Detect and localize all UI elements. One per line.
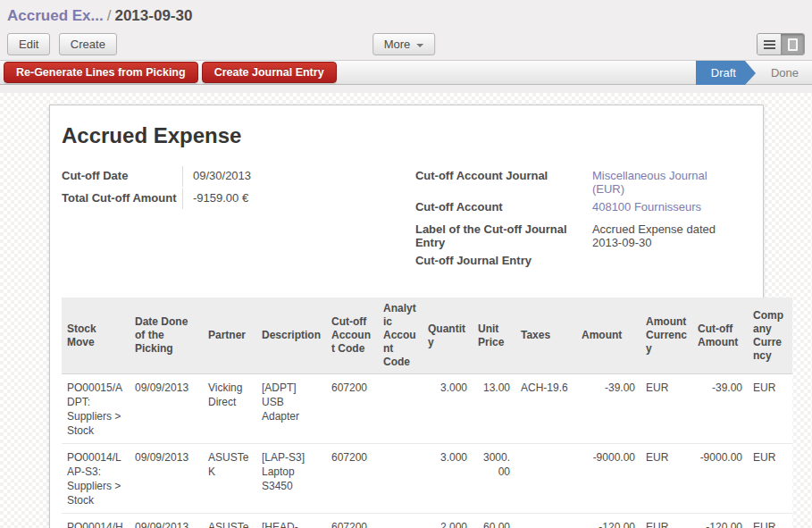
cell-quantity: 2.000 xyxy=(423,514,473,528)
col-description[interactable]: Description xyxy=(256,298,326,374)
cell-analytic-account-code xyxy=(378,514,423,528)
cell-taxes xyxy=(515,444,576,514)
cell-date-done: 09/09/2013 xyxy=(130,514,203,528)
col-amount[interactable]: Amount xyxy=(576,298,640,374)
cell-date-done: 09/09/2013 xyxy=(130,374,203,444)
statusbar: Re-Generate Lines from Picking Create Jo… xyxy=(0,60,812,85)
create-journal-entry-button[interactable]: Create Journal Entry xyxy=(202,62,337,83)
field-value: -9159.00 € xyxy=(182,189,402,209)
cell-stock-move: PO00014/HEAD-USB: Suppliers > Stock xyxy=(62,514,130,528)
col-taxes[interactable]: Taxes xyxy=(515,298,576,374)
cell-stock-move: PO00014/LAP-S3: Suppliers > Stock xyxy=(62,444,130,514)
cell-unit-price: 13.00 xyxy=(473,374,515,444)
cell-amount-currency: EUR xyxy=(640,514,692,528)
cell-analytic-account-code xyxy=(378,444,423,514)
field-groups: Cut-off Date 09/30/2013 Total Cut-off Am… xyxy=(62,166,752,273)
col-unit-price[interactable]: Unit Price xyxy=(473,298,515,374)
edit-button[interactable]: Edit xyxy=(7,33,50,55)
cell-quantity: 3.000 xyxy=(423,374,473,444)
field-label: Cut-off Journal Entry xyxy=(415,251,592,272)
cell-amount-currency: EUR xyxy=(640,444,692,514)
field-label: Total Cut-off Amount xyxy=(62,189,182,209)
chevron-down-icon xyxy=(416,44,423,47)
cell-partner: Vicking Direct xyxy=(203,374,256,444)
table-row[interactable]: PO00014/HEAD-USB: Suppliers > Stock 09/0… xyxy=(62,514,792,528)
account-link[interactable]: 408100 Fournisseurs xyxy=(592,197,742,218)
list-icon xyxy=(764,40,775,49)
create-button[interactable]: Create xyxy=(59,33,117,55)
field-journal-entry-label: Label of the Cut-off Journal Entry Accru… xyxy=(415,220,752,249)
field-label: Label of the Cut-off Journal Entry xyxy=(415,220,592,249)
page-title: Accrued Expense xyxy=(62,123,752,148)
cell-analytic-account-code xyxy=(378,374,423,444)
cell-date-done: 09/09/2013 xyxy=(130,444,203,514)
cell-description: [HEAD-USB] Headset USB xyxy=(256,514,326,528)
screen: Accrued Ex.../2013-09-30 Edit Create Mor… xyxy=(0,0,812,528)
cutoff-lines-table: Stock Move Date Done of the Picking Part… xyxy=(62,298,792,528)
field-value: Accrued Expense dated 2013-09-30 xyxy=(592,220,742,249)
cell-amount: -39.00 xyxy=(576,374,640,444)
form-icon xyxy=(788,38,798,51)
cell-unit-price: 60.00 xyxy=(473,514,515,528)
cell-cutoff-amount: -9000.00 xyxy=(692,444,748,514)
col-stock-move[interactable]: Stock Move xyxy=(62,298,130,374)
field-total-cutoff-amount: Total Cut-off Amount -9159.00 € xyxy=(62,189,402,209)
col-partner[interactable]: Partner xyxy=(203,298,256,374)
field-cutoff-date: Cut-off Date 09/30/2013 xyxy=(62,166,402,187)
col-quantity[interactable]: Quantity xyxy=(423,298,473,374)
cell-partner: ASUSTeK xyxy=(203,514,256,528)
table-row[interactable]: PO00015/ADPT: Suppliers > Stock 09/09/20… xyxy=(62,374,792,444)
cell-partner: ASUSTeK xyxy=(203,444,256,514)
cell-stock-move: PO00015/ADPT: Suppliers > Stock xyxy=(62,374,130,444)
form-view-button[interactable] xyxy=(781,34,804,54)
list-view-button[interactable] xyxy=(758,34,781,54)
cell-amount-currency: EUR xyxy=(640,374,692,444)
field-value: 09/30/2013 xyxy=(182,166,402,187)
breadcrumb-current: 2013-09-30 xyxy=(114,7,192,24)
cell-cutoff-amount: -120.00 xyxy=(692,514,748,528)
field-label: Cut-off Account xyxy=(415,197,592,218)
regenerate-lines-button[interactable]: Re-Generate Lines from Picking xyxy=(4,62,198,83)
cell-company-currency: EUR xyxy=(748,514,792,528)
col-company-currency[interactable]: Company Currency xyxy=(748,298,792,374)
field-cutoff-account: Cut-off Account 408100 Fournisseurs xyxy=(415,197,752,218)
view-switcher xyxy=(757,33,805,55)
cell-cutoff-amount: -39.00 xyxy=(692,374,748,444)
col-amount-currency[interactable]: Amount Currency xyxy=(640,298,692,374)
field-value xyxy=(592,251,742,272)
cell-quantity: 3.000 xyxy=(423,444,473,514)
journal-link[interactable]: Miscellaneous Journal (EUR) xyxy=(592,166,742,196)
cell-company-currency: EUR xyxy=(748,444,792,514)
status-states: Draft Done xyxy=(696,61,812,85)
form-sheet: Accrued Expense Cut-off Date 09/30/2013 … xyxy=(49,105,764,528)
cell-cutoff-account-code: 607200 xyxy=(326,444,378,514)
control-panel: Accrued Ex.../2013-09-30 Edit Create Mor… xyxy=(0,0,812,60)
col-analytic-account-code[interactable]: Analytic Account Code xyxy=(378,298,423,374)
breadcrumb-parent-link[interactable]: Accrued Ex... xyxy=(7,7,104,24)
field-cutoff-journal-entry: Cut-off Journal Entry xyxy=(415,251,752,272)
cell-taxes xyxy=(515,514,576,528)
field-group-right: Cut-off Account Journal Miscellaneous Jo… xyxy=(415,166,752,273)
status-done[interactable]: Done xyxy=(757,61,812,85)
cell-company-currency: EUR xyxy=(748,374,792,444)
cell-unit-price: 3000.00 xyxy=(473,444,515,514)
field-label: Cut-off Account Journal xyxy=(415,166,592,196)
field-group-left: Cut-off Date 09/30/2013 Total Cut-off Am… xyxy=(62,166,402,273)
breadcrumb-separator: / xyxy=(104,7,115,24)
form-background: Accrued Expense Cut-off Date 09/30/2013 … xyxy=(0,93,812,528)
table-row[interactable]: PO00014/LAP-S3: Suppliers > Stock 09/09/… xyxy=(62,444,792,514)
toolbar: Edit Create More xyxy=(7,33,805,60)
col-cutoff-amount[interactable]: Cut-off Amount xyxy=(692,298,748,374)
cell-cutoff-account-code: 607200 xyxy=(326,514,378,528)
cell-amount: -9000.00 xyxy=(576,444,640,514)
more-button[interactable]: More xyxy=(373,33,436,55)
cell-description: [LAP-S3] Laptop S3450 xyxy=(256,444,326,514)
field-label: Cut-off Date xyxy=(62,166,182,187)
status-draft[interactable]: Draft xyxy=(696,61,745,85)
cell-amount: -120.00 xyxy=(576,514,640,528)
cell-cutoff-account-code: 607200 xyxy=(326,374,378,444)
col-cutoff-account-code[interactable]: Cut-off Account Code xyxy=(326,298,378,374)
field-cutoff-account-journal: Cut-off Account Journal Miscellaneous Jo… xyxy=(415,166,752,196)
table-header-row: Stock Move Date Done of the Picking Part… xyxy=(62,298,792,374)
col-date-done[interactable]: Date Done of the Picking xyxy=(130,298,203,374)
